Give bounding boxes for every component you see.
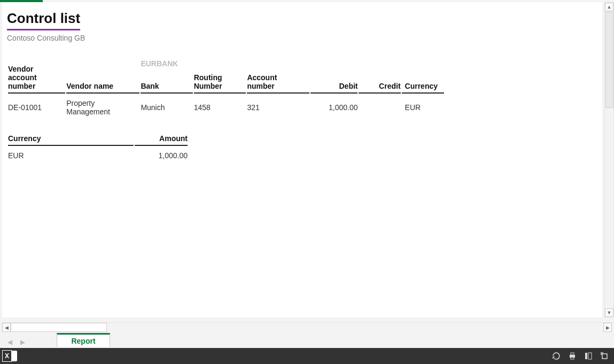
cell-account-number: 321 [247,95,309,116]
print-icon[interactable] [568,352,577,360]
report-title: Control list [7,10,80,30]
col-currency: Currency [402,65,444,94]
cell-vendor-account: DE-01001 [8,95,65,116]
status-bar [0,348,614,364]
table-row: DE-01001 Property Management Munich 1458… [8,95,444,116]
layout-icon[interactable] [584,352,593,360]
col-vendor-account: Vendor account number [8,65,65,94]
main-table: Vendor account number Vendor name EURBAN… [7,64,445,117]
table-row: EUR 1,000.00 [8,147,188,160]
svg-rect-5 [602,354,607,359]
refresh-icon[interactable] [552,352,561,360]
excel-icon[interactable] [5,351,17,361]
cell-currency: EUR [402,95,444,116]
cell-summary-currency: EUR [8,147,134,160]
fullscreen-icon[interactable] [600,352,609,360]
cell-routing: 1458 [194,95,246,116]
cell-bank: Munich [141,95,192,116]
svg-rect-1 [571,353,574,355]
col-bank: EURBANK Bank [141,65,192,94]
scroll-thumb[interactable] [605,12,613,108]
col-credit: Credit [359,65,400,94]
col-routing: Routing Number [194,65,246,94]
tab-report[interactable]: Report [57,333,110,347]
col-summary-amount: Amount [135,134,188,146]
summary-table: Currency Amount EUR 1,000.00 [7,133,189,161]
company-subtitle: Contoso Consulting GB [7,34,602,42]
col-account-number: Account number [247,65,309,94]
bank-ghost-text: EURBANK [141,59,178,68]
col-vendor-name: Vendor name [66,65,139,94]
svg-rect-4 [588,353,592,359]
col-debit: Debit [310,65,357,94]
scroll-up-button[interactable]: ▲ [605,3,613,11]
scroll-right-button[interactable]: ▶ [603,323,612,332]
cell-credit [359,95,400,116]
vertical-scrollbar[interactable]: ▲ ▼ [604,2,614,317]
hscroll-thumb[interactable] [11,323,107,332]
scroll-down-button[interactable]: ▼ [605,308,613,317]
col-summary-currency: Currency [8,134,134,146]
cell-vendor-name: Property Management [66,95,139,116]
horizontal-scrollbar[interactable]: ◀ ▶ [2,322,612,332]
scroll-left-button[interactable]: ◀ [2,323,11,332]
tab-prev-button[interactable]: ◀ [5,338,14,347]
cell-summary-amount: 1,000.00 [135,147,188,160]
tab-next-button[interactable]: ▶ [18,338,27,347]
report-canvas: Control list Contoso Consulting GB Vendo… [2,2,602,317]
svg-rect-3 [585,353,587,359]
cell-debit: 1,000.00 [310,95,357,116]
